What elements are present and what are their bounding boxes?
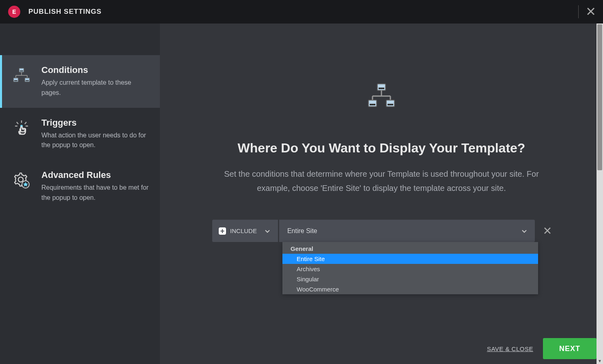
dropdown-option-woocommerce[interactable]: WooCommerce <box>282 284 538 294</box>
logo-text: E <box>12 9 16 15</box>
svg-line-10 <box>17 122 18 124</box>
footer: SAVE & CLOSE NEXT <box>160 333 603 364</box>
sidebar-desc: Apply current template to these pages. <box>41 78 151 98</box>
advanced-rules-icon <box>11 171 32 191</box>
remove-condition-button[interactable] <box>544 226 551 236</box>
sidebar-desc: Requirements that have to be met for the… <box>41 183 151 203</box>
dropdown-option-singular[interactable]: Singular <box>282 274 538 284</box>
sidebar-content: Conditions Apply current template to the… <box>41 65 151 98</box>
sidebar-item-triggers[interactable]: Triggers What action the user needs to d… <box>0 108 160 161</box>
svg-line-11 <box>25 122 26 124</box>
svg-rect-17 <box>377 84 385 90</box>
main-content: Where Do You Want to Display Your Templa… <box>160 24 603 333</box>
dropdown-group-label: General <box>282 242 538 254</box>
dropdown-option-archives[interactable]: Archives <box>282 264 538 274</box>
close-button[interactable] <box>587 6 595 17</box>
condition-select[interactable]: Entire Site <box>279 220 535 242</box>
sidebar-desc: What action the user needs to do for the… <box>41 131 151 151</box>
header-title: PUBLISH SETTINGS <box>28 8 101 16</box>
dropdown-option-entire-site[interactable]: Entire Site <box>282 254 538 264</box>
svg-rect-8 <box>25 78 30 82</box>
header-right <box>578 5 595 18</box>
svg-rect-2 <box>19 68 24 72</box>
sidebar-item-advanced-rules[interactable]: Advanced Rules Requirements that have to… <box>0 160 160 213</box>
sidebar: Conditions Apply current template to the… <box>0 24 160 364</box>
sidebar-title: Triggers <box>41 118 151 128</box>
body: Conditions Apply current template to the… <box>0 24 603 364</box>
svg-rect-7 <box>13 78 18 82</box>
svg-rect-22 <box>368 100 377 107</box>
sitemap-icon <box>367 82 396 112</box>
triggers-icon <box>11 118 32 139</box>
chevron-down-icon <box>265 227 270 234</box>
scrollbar[interactable]: ▲ ▼ <box>597 24 603 364</box>
main-description: Set the conditions that determine where … <box>203 167 560 195</box>
svg-point-15 <box>18 177 23 182</box>
sidebar-content: Triggers What action the user needs to d… <box>41 118 151 151</box>
elementor-logo: E <box>8 6 20 18</box>
chevron-down-icon <box>522 227 527 235</box>
select-value: Entire Site <box>287 227 317 235</box>
sidebar-title: Advanced Rules <box>41 170 151 180</box>
plus-icon: + <box>219 227 226 235</box>
save-close-link[interactable]: SAVE & CLOSE <box>487 345 533 352</box>
conditions-icon <box>11 66 32 86</box>
scrollbar-thumb[interactable] <box>597 24 602 170</box>
sidebar-title: Conditions <box>41 65 151 75</box>
scrollbar-down-icon[interactable]: ▼ <box>597 358 603 364</box>
header-left: E PUBLISH SETTINGS <box>8 6 101 18</box>
condition-row: + INCLUDE Entire Site <box>212 220 551 242</box>
include-button[interactable]: + INCLUDE <box>212 220 278 242</box>
main-panel: Where Do You Want to Display Your Templa… <box>160 24 603 364</box>
condition-dropdown: General Entire Site Archives Singular Wo… <box>282 242 538 294</box>
close-icon <box>544 227 551 234</box>
next-button[interactable]: NEXT <box>543 338 597 359</box>
header: E PUBLISH SETTINGS <box>0 0 603 24</box>
main-title: Where Do You Want to Display Your Templa… <box>222 141 542 156</box>
include-label: INCLUDE <box>230 227 257 234</box>
sidebar-content: Advanced Rules Requirements that have to… <box>41 170 151 203</box>
sidebar-item-conditions[interactable]: Conditions Apply current template to the… <box>0 55 160 108</box>
close-icon <box>587 7 595 15</box>
svg-rect-23 <box>386 100 394 107</box>
header-divider <box>578 5 579 18</box>
